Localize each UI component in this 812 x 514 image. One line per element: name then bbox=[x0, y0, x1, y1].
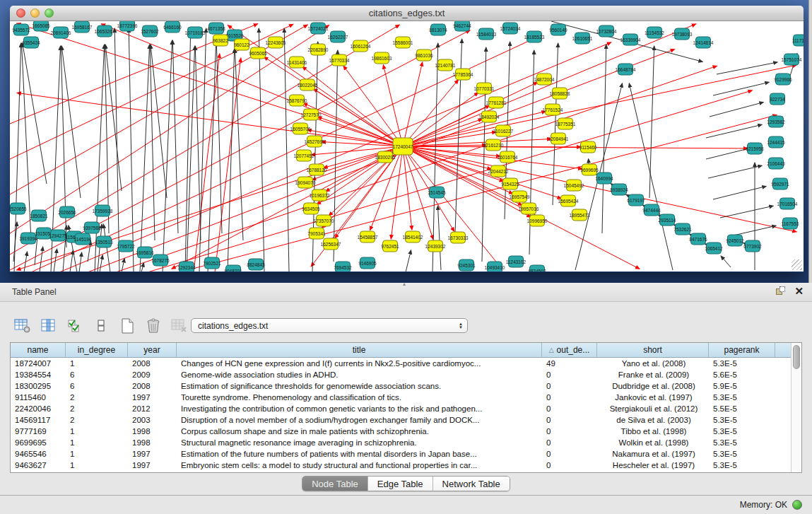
table-cell: 0 bbox=[542, 414, 597, 426]
table-cell: 6 bbox=[66, 380, 128, 392]
delete-table-button[interactable] bbox=[170, 316, 189, 336]
svg-text:22082890: 22082890 bbox=[308, 47, 329, 52]
network-canvas[interactable]: 9435572166508520691406169581671065326718… bbox=[10, 21, 804, 271]
svg-text:1514545: 1514545 bbox=[428, 190, 446, 195]
table-row[interactable]: 1456911722003Disruption of a novel membe… bbox=[11, 414, 791, 426]
svg-text:9245012: 9245012 bbox=[726, 238, 744, 243]
svg-text:3919394: 3919394 bbox=[19, 236, 37, 241]
svg-text:9154325: 9154325 bbox=[501, 182, 519, 187]
svg-text:9605065: 9605065 bbox=[249, 51, 267, 56]
svg-text:16957549: 16957549 bbox=[510, 194, 530, 199]
network-window[interactable]: citations_edges.txt 94355721665085206914… bbox=[10, 6, 804, 272]
show-columns-button[interactable] bbox=[39, 316, 59, 336]
svg-text:10770331: 10770331 bbox=[474, 86, 495, 91]
checkboxes-icon bbox=[67, 318, 83, 334]
table-cell: Investigating the contribution of common… bbox=[177, 403, 542, 414]
svg-text:17016504: 17016504 bbox=[777, 201, 798, 206]
splitter-handle-icon[interactable]: ▴ bbox=[403, 281, 406, 287]
svg-text:19738093: 19738093 bbox=[672, 32, 693, 37]
svg-text:12140781: 12140781 bbox=[435, 63, 456, 68]
row-height-button[interactable] bbox=[91, 316, 111, 336]
column-header-year[interactable]: year bbox=[128, 343, 177, 357]
memory-status-label: Memory: OK bbox=[740, 500, 787, 510]
table-row[interactable]: 1872400712008Changes of HCN gene express… bbox=[11, 358, 791, 369]
close-window-button[interactable] bbox=[16, 8, 25, 18]
svg-text:15458857: 15458857 bbox=[358, 235, 378, 240]
table-row[interactable]: 911546021997Tourette syndrome. Phenomeno… bbox=[11, 392, 791, 403]
table-row[interactable]: 1830029562008Estimation of significance … bbox=[11, 380, 791, 392]
svg-text:9474444: 9474444 bbox=[642, 208, 661, 213]
window-titlebar[interactable]: citations_edges.txt bbox=[10, 6, 804, 21]
window-resize-grip[interactable] bbox=[792, 259, 802, 270]
table-row[interactable]: 1938455462009Genome-wide association stu… bbox=[11, 369, 791, 380]
memory-ok-indicator[interactable] bbox=[792, 500, 802, 510]
create-column-button[interactable] bbox=[117, 316, 137, 336]
table-mode-button[interactable] bbox=[13, 316, 33, 336]
table-cell: 5.6E-5 bbox=[709, 369, 775, 380]
svg-text:9699695: 9699695 bbox=[580, 168, 599, 173]
table-cell: 18300295 bbox=[11, 380, 66, 392]
svg-text:10493410: 10493410 bbox=[485, 265, 505, 270]
table-row[interactable]: 977716911998Corpus callosum shape and si… bbox=[11, 426, 791, 437]
svg-text:18300295: 18300295 bbox=[375, 155, 396, 160]
column-header-short[interactable]: short bbox=[597, 343, 709, 357]
column-header-name[interactable]: name bbox=[11, 343, 66, 357]
table-cell: 18724007 bbox=[11, 358, 66, 369]
citation-network-graph[interactable]: 9435572166508520691406169581671065326718… bbox=[10, 21, 804, 271]
select-columns-button[interactable] bbox=[65, 316, 85, 336]
svg-text:7532621: 7532621 bbox=[673, 227, 692, 232]
column-header-in_degree[interactable]: in_degree bbox=[66, 343, 128, 357]
table-cell: Nakamura et al. (1997) bbox=[597, 448, 709, 460]
table-scrollbar[interactable] bbox=[791, 343, 801, 472]
float-panel-icon[interactable] bbox=[776, 286, 786, 296]
tab-edge-table[interactable]: Edge Table bbox=[368, 477, 433, 491]
svg-text:18772396: 18772396 bbox=[117, 23, 138, 28]
svg-text:7905341: 7905341 bbox=[307, 231, 326, 236]
table-row[interactable]: 946362711997Embryonic stem cells: a mode… bbox=[11, 460, 791, 471]
svg-text:18022045: 18022045 bbox=[298, 83, 318, 88]
delete-column-button[interactable] bbox=[143, 316, 163, 336]
svg-text:1292344: 1292344 bbox=[177, 265, 196, 270]
svg-text:11243102: 11243102 bbox=[506, 259, 526, 264]
close-panel-icon[interactable]: ✕ bbox=[794, 286, 804, 296]
table-cell: 1 bbox=[66, 448, 128, 460]
table-cell: Embryonic stem cells: a model to study s… bbox=[177, 460, 542, 471]
table-cell: 9463627 bbox=[11, 460, 66, 471]
svg-text:1350513: 1350513 bbox=[95, 240, 113, 245]
sort-ascending-icon: △ bbox=[549, 346, 554, 354]
tab-node-table[interactable]: Node Table bbox=[302, 477, 368, 491]
table-cell: 2 bbox=[66, 392, 128, 403]
svg-text:922734: 922734 bbox=[770, 97, 785, 102]
svg-text:18492024: 18492024 bbox=[479, 115, 500, 119]
minimize-window-button[interactable] bbox=[30, 8, 40, 18]
table-row[interactable]: 2242004622012Investigating the contribut… bbox=[11, 403, 791, 414]
svg-text:9115460: 9115460 bbox=[579, 145, 597, 150]
table-cell: 0 bbox=[542, 448, 597, 460]
svg-text:12727570: 12727570 bbox=[301, 112, 322, 117]
table-row[interactable]: 969969511998Structural magnetic resonanc… bbox=[11, 437, 791, 448]
column-header-out_de[interactable]: △out_de... bbox=[542, 343, 597, 357]
svg-text:16055706: 16055706 bbox=[290, 127, 311, 132]
column-header-pagerank[interactable]: pagerank bbox=[709, 343, 775, 357]
svg-text:9560149: 9560149 bbox=[549, 28, 567, 33]
scrollbar-thumb[interactable] bbox=[793, 345, 800, 369]
table-cell: 0 bbox=[542, 437, 597, 448]
svg-text:12077452: 12077452 bbox=[294, 153, 314, 158]
table-cell: 2009 bbox=[128, 369, 177, 380]
svg-text:2520655: 2520655 bbox=[10, 206, 27, 211]
svg-text:18775351: 18775351 bbox=[555, 122, 576, 127]
table-selector-dropdown[interactable]: citations_edges.txt ▲▼ bbox=[191, 318, 468, 333]
column-header-title[interactable]: title bbox=[177, 343, 542, 357]
table-cell: Jankovic et al. (1997) bbox=[597, 392, 709, 403]
table-row[interactable]: 946554611997Estimation of the future num… bbox=[11, 448, 791, 460]
svg-text:12414814: 12414814 bbox=[693, 40, 714, 45]
table-cell: Wolkin et al. (1998) bbox=[597, 437, 709, 448]
zoom-window-button[interactable] bbox=[45, 8, 54, 18]
svg-text:20691406: 20691406 bbox=[51, 30, 71, 35]
svg-text:10653267: 10653267 bbox=[95, 29, 115, 34]
svg-text:7902521: 7902521 bbox=[203, 261, 221, 266]
table-body: 1872400712008Changes of HCN gene express… bbox=[11, 358, 791, 471]
tab-network-table[interactable]: Network Table bbox=[433, 477, 510, 491]
svg-text:12610651: 12610651 bbox=[572, 36, 593, 41]
svg-text:12084941: 12084941 bbox=[548, 136, 569, 141]
